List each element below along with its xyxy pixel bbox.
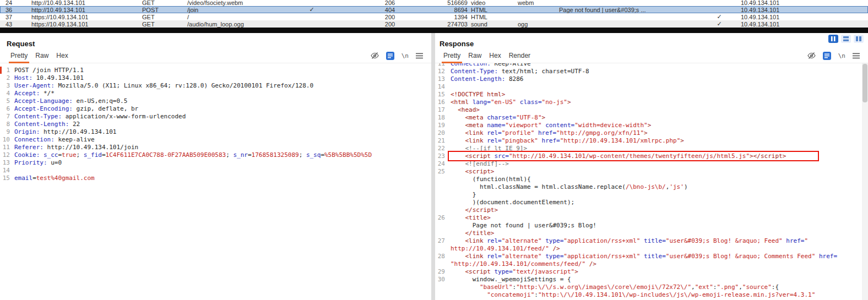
code-line: 13Content-Length: 8286 [435, 75, 868, 83]
cell-status: 404 [359, 7, 421, 13]
cell-params: ✓ [264, 6, 359, 13]
syntax-highlight-icon[interactable] [386, 52, 394, 60]
request-editor[interactable]: 1POST /join HTTP/1.12Host: 10.49.134.101… [0, 63, 431, 300]
newline-toggle-icon[interactable]: \n [402, 52, 409, 60]
history-row[interactable]: 43https://10.49.134.101GET/audio/hum_loo… [0, 20, 868, 28]
stacked-layout-icon [843, 35, 849, 43]
response-scrollbar[interactable] [862, 63, 868, 300]
cell-id: 43 [0, 21, 28, 28]
line-number: 26 [435, 214, 445, 222]
code-content: Priority: u=0 [10, 159, 62, 167]
line-number: 11 [0, 144, 10, 151]
code-line: 20 <link rel="profile" href="http://gmpg… [435, 129, 868, 137]
code-line: 1POST /join HTTP/1.1 [0, 67, 431, 74]
pause-button[interactable] [828, 35, 838, 43]
line-number: 6 [0, 105, 10, 113]
line-number: 28 [435, 253, 445, 260]
horizontal-splitter[interactable] [0, 28, 868, 33]
code-line: </script> [435, 206, 868, 214]
cell-length: 1394 [421, 14, 469, 20]
code-content: } [445, 191, 476, 199]
code-content: </title> [445, 230, 494, 237]
code-content: <!DOCTYPE html> [445, 91, 505, 99]
code-content: Connection: Keep-Alive [445, 63, 531, 68]
menu-icon[interactable] [853, 52, 860, 60]
line-number: 21 [435, 137, 445, 145]
code-line: </title> [435, 230, 868, 237]
cell-ext: ogg [515, 21, 556, 28]
stacked-layout-button[interactable] [841, 35, 851, 43]
history-row[interactable]: 24http://10.49.134.101GET/video/fsociety… [0, 0, 868, 6]
line-number: 14 [435, 83, 445, 91]
code-line: 13Priority: u=0 [0, 159, 431, 167]
tab-render[interactable]: Render [505, 49, 534, 63]
code-line: 12Content-Type: text/html; charset=UTF-8 [435, 68, 868, 75]
line-number [435, 176, 445, 183]
code-line: } [435, 191, 868, 199]
code-line: 7Content-Type: application/x-www-form-ur… [0, 113, 431, 121]
history-row[interactable]: 37https://10.49.134.101GET/2001394HTML✓1… [0, 13, 868, 20]
code-content: User-Agent: Mozilla/5.0 (X11; Linux x86_… [10, 82, 313, 90]
hide-eye-icon[interactable] [371, 52, 379, 60]
cell-url: /video/fsociety.webm [185, 0, 264, 6]
code-content: Referer: http://10.49.134.101/join [10, 144, 138, 151]
line-number: 16 [435, 99, 445, 106]
line-number: 25 [435, 168, 445, 176]
code-line: 9Origin: http://10.49.134.101 [0, 128, 431, 136]
tab-hex[interactable]: Hex [52, 49, 72, 63]
cell-tls: ✓ [712, 13, 727, 20]
code-line: "baseUrl":"http:\/\/s.w.org\/images\/cor… [435, 283, 868, 291]
code-content: <script> [445, 168, 494, 176]
history-row[interactable]: 36http://10.49.134.101POST/join✓4048694H… [0, 6, 868, 13]
code-line: 26 <title> [435, 214, 868, 222]
line-number: 15 [0, 174, 10, 182]
line-number: 17 [435, 106, 445, 114]
response-tabs: PrettyRawHexRender \n [435, 48, 868, 63]
code-line: 15<!DOCTYPE html> [435, 91, 868, 99]
code-line: 14 [435, 83, 868, 91]
cell-ip: 10.49.134.101 [727, 0, 868, 6]
cell-ip: 10.49.134.101 [727, 21, 868, 28]
line-number [435, 283, 445, 291]
line-number: 5 [0, 97, 10, 105]
tab-raw[interactable]: Raw [31, 49, 52, 63]
tab-pretty[interactable]: Pretty [440, 49, 464, 63]
code-content: Connection: keep-alive [10, 136, 95, 144]
line-number: 23 [435, 152, 445, 160]
hide-eye-icon[interactable] [807, 52, 816, 60]
menu-icon[interactable] [416, 52, 423, 60]
code-line: 29 <script type="text/javascript"> [435, 268, 868, 276]
code-line: http://10.49.134.101/feed/" /> [435, 245, 868, 253]
response-editor[interactable]: 11Connection: Keep-Alive12Content-Type: … [435, 63, 868, 300]
newline-toggle-icon[interactable]: \n [838, 52, 845, 60]
code-content: <meta charset="UTF-8"> [445, 114, 545, 122]
code-content: "baseUrl":"http:\/\/s.w.org\/images\/cor… [445, 283, 779, 291]
tab-hex[interactable]: Hex [485, 49, 504, 63]
side-by-side-layout-button[interactable] [854, 35, 864, 43]
line-number: 2 [0, 74, 10, 82]
code-line: 24 <![endif]--> [435, 160, 868, 168]
cell-method: POST [139, 7, 185, 13]
request-code: 1POST /join HTTP/1.12Host: 10.49.134.101… [0, 67, 431, 182]
cell-url: / [185, 14, 264, 20]
code-line: 27 <link rel="alternate" type="applicati… [435, 237, 868, 245]
code-line: 19 <meta name="viewport" content="width=… [435, 122, 868, 129]
vertical-splitter[interactable] [431, 33, 435, 300]
code-line: 23 <script src="http://10.49.134.101/wp-… [435, 152, 868, 160]
line-number: 7 [0, 113, 10, 121]
code-content: "http://10.49.134.101/comments/feed/" /> [445, 260, 596, 268]
syntax-highlight-icon[interactable] [823, 52, 831, 60]
scrollbar-thumb[interactable] [862, 64, 867, 102]
tab-raw[interactable]: Raw [464, 49, 485, 63]
cell-id: 24 [0, 0, 28, 6]
code-line: html.className = html.className.replace(… [435, 183, 868, 191]
cell-id: 37 [0, 14, 28, 20]
code-content: <html lang="en-US" class="no-js"> [445, 99, 571, 106]
tab-pretty[interactable]: Pretty [7, 49, 31, 63]
code-content: Accept-Language: en-US,en;q=0.5 [10, 97, 127, 105]
line-number: 18 [435, 114, 445, 122]
code-content: (function(html){ [445, 176, 531, 183]
code-line: 2Host: 10.49.134.101 [0, 74, 431, 82]
line-number: 12 [435, 68, 445, 75]
code-content: Content-Length: 8286 [445, 75, 523, 83]
